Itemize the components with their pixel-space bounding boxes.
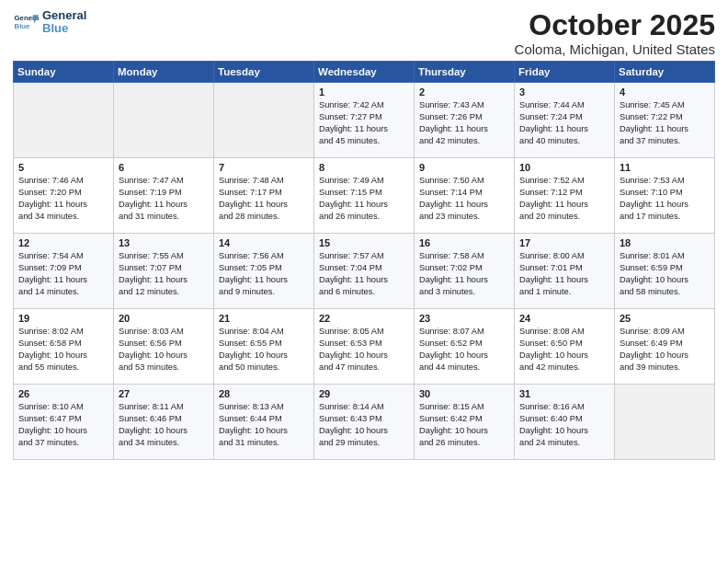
logo-line2: Blue [42, 22, 86, 35]
calendar-cell: 13Sunrise: 7:55 AM Sunset: 7:07 PM Dayli… [114, 234, 214, 309]
day-info: Sunrise: 7:44 AM Sunset: 7:24 PM Dayligh… [519, 99, 609, 147]
calendar-cell: 25Sunrise: 8:09 AM Sunset: 6:49 PM Dayli… [615, 309, 715, 385]
weekday-header-saturday: Saturday [615, 62, 715, 83]
day-number: 19 [18, 313, 108, 324]
title-block: October 2025 Coloma, Michigan, United St… [515, 9, 715, 57]
logo: General Blue General Blue [13, 9, 86, 36]
day-info: Sunrise: 8:02 AM Sunset: 6:58 PM Dayligh… [18, 326, 108, 373]
calendar-cell: 9Sunrise: 7:50 AM Sunset: 7:14 PM Daylig… [415, 158, 515, 234]
day-info: Sunrise: 8:13 AM Sunset: 6:44 PM Dayligh… [219, 401, 309, 449]
day-info: Sunrise: 8:11 AM Sunset: 6:46 PM Dayligh… [119, 401, 209, 449]
calendar-cell: 20Sunrise: 8:03 AM Sunset: 6:56 PM Dayli… [114, 309, 214, 385]
day-number: 26 [18, 388, 108, 399]
calendar-cell: 21Sunrise: 8:04 AM Sunset: 6:55 PM Dayli… [214, 309, 314, 385]
month-title: October 2025 [515, 9, 715, 41]
day-number: 16 [419, 237, 509, 248]
location-title: Coloma, Michigan, United States [515, 41, 715, 57]
calendar-cell: 19Sunrise: 8:02 AM Sunset: 6:58 PM Dayli… [14, 309, 114, 385]
calendar-cell: 7Sunrise: 7:48 AM Sunset: 7:17 PM Daylig… [214, 158, 314, 234]
day-info: Sunrise: 8:00 AM Sunset: 7:01 PM Dayligh… [519, 250, 609, 298]
day-number: 1 [319, 86, 409, 98]
day-number: 31 [519, 388, 609, 399]
day-info: Sunrise: 7:45 AM Sunset: 7:22 PM Dayligh… [620, 99, 710, 147]
calendar-cell: 16Sunrise: 7:58 AM Sunset: 7:02 PM Dayli… [415, 234, 515, 309]
calendar-cell: 30Sunrise: 8:15 AM Sunset: 6:42 PM Dayli… [415, 385, 515, 460]
calendar-cell: 27Sunrise: 8:11 AM Sunset: 6:46 PM Dayli… [114, 385, 214, 460]
day-info: Sunrise: 7:48 AM Sunset: 7:17 PM Dayligh… [219, 175, 309, 223]
calendar-table: SundayMondayTuesdayWednesdayThursdayFrid… [13, 61, 715, 460]
day-info: Sunrise: 7:57 AM Sunset: 7:04 PM Dayligh… [319, 250, 409, 298]
day-info: Sunrise: 7:47 AM Sunset: 7:19 PM Dayligh… [119, 175, 209, 223]
day-info: Sunrise: 8:04 AM Sunset: 6:55 PM Dayligh… [219, 326, 309, 373]
calendar-cell: 10Sunrise: 7:52 AM Sunset: 7:12 PM Dayli… [515, 158, 615, 234]
day-number: 22 [319, 313, 409, 324]
day-number: 5 [18, 162, 108, 173]
calendar-cell: 23Sunrise: 8:07 AM Sunset: 6:52 PM Dayli… [415, 309, 515, 385]
weekday-header-sunday: Sunday [14, 62, 114, 83]
day-number: 29 [319, 388, 409, 399]
day-info: Sunrise: 8:08 AM Sunset: 6:50 PM Dayligh… [519, 326, 609, 373]
calendar-week-row: 1Sunrise: 7:42 AM Sunset: 7:27 PM Daylig… [14, 83, 715, 158]
day-info: Sunrise: 7:56 AM Sunset: 7:05 PM Dayligh… [219, 250, 309, 298]
day-number: 28 [219, 388, 309, 399]
calendar-week-row: 5Sunrise: 7:46 AM Sunset: 7:20 PM Daylig… [14, 158, 715, 234]
calendar-cell [214, 83, 314, 158]
day-number: 15 [319, 237, 409, 248]
day-number: 6 [119, 162, 209, 173]
day-info: Sunrise: 7:55 AM Sunset: 7:07 PM Dayligh… [119, 250, 209, 298]
calendar-cell: 28Sunrise: 8:13 AM Sunset: 6:44 PM Dayli… [214, 385, 314, 460]
calendar-cell [14, 83, 114, 158]
day-number: 10 [519, 162, 609, 173]
weekday-header-thursday: Thursday [415, 62, 515, 83]
day-info: Sunrise: 7:54 AM Sunset: 7:09 PM Dayligh… [18, 250, 108, 298]
day-number: 7 [219, 162, 309, 173]
calendar-week-row: 26Sunrise: 8:10 AM Sunset: 6:47 PM Dayli… [14, 385, 715, 460]
calendar-cell: 31Sunrise: 8:16 AM Sunset: 6:40 PM Dayli… [515, 385, 615, 460]
weekday-header-wednesday: Wednesday [314, 62, 415, 83]
day-number: 17 [519, 237, 609, 248]
calendar-cell [615, 385, 715, 460]
day-info: Sunrise: 7:42 AM Sunset: 7:27 PM Dayligh… [319, 99, 409, 147]
day-info: Sunrise: 8:15 AM Sunset: 6:42 PM Dayligh… [419, 401, 509, 449]
day-number: 13 [119, 237, 209, 248]
day-number: 2 [419, 86, 509, 98]
day-info: Sunrise: 8:07 AM Sunset: 6:52 PM Dayligh… [419, 326, 509, 373]
day-number: 18 [620, 237, 710, 248]
day-info: Sunrise: 8:05 AM Sunset: 6:53 PM Dayligh… [319, 326, 409, 373]
weekday-header-monday: Monday [114, 62, 214, 83]
logo-line1: General [42, 9, 86, 22]
weekday-header-row: SundayMondayTuesdayWednesdayThursdayFrid… [14, 62, 715, 83]
calendar-cell: 17Sunrise: 8:00 AM Sunset: 7:01 PM Dayli… [515, 234, 615, 309]
day-number: 25 [620, 313, 710, 324]
day-info: Sunrise: 7:46 AM Sunset: 7:20 PM Dayligh… [18, 175, 108, 223]
day-info: Sunrise: 7:58 AM Sunset: 7:02 PM Dayligh… [419, 250, 509, 298]
calendar-week-row: 19Sunrise: 8:02 AM Sunset: 6:58 PM Dayli… [14, 309, 715, 385]
calendar-cell: 29Sunrise: 8:14 AM Sunset: 6:43 PM Dayli… [314, 385, 415, 460]
day-info: Sunrise: 8:03 AM Sunset: 6:56 PM Dayligh… [119, 326, 209, 373]
day-number: 11 [620, 162, 710, 173]
day-number: 27 [119, 388, 209, 399]
day-number: 8 [319, 162, 409, 173]
calendar-cell: 5Sunrise: 7:46 AM Sunset: 7:20 PM Daylig… [14, 158, 114, 234]
day-number: 24 [519, 313, 609, 324]
day-number: 14 [219, 237, 309, 248]
day-info: Sunrise: 7:49 AM Sunset: 7:15 PM Dayligh… [319, 175, 409, 223]
calendar-cell: 8Sunrise: 7:49 AM Sunset: 7:15 PM Daylig… [314, 158, 415, 234]
day-number: 21 [219, 313, 309, 324]
day-info: Sunrise: 7:43 AM Sunset: 7:26 PM Dayligh… [419, 99, 509, 147]
calendar-cell: 22Sunrise: 8:05 AM Sunset: 6:53 PM Dayli… [314, 309, 415, 385]
weekday-header-tuesday: Tuesday [214, 62, 314, 83]
day-number: 9 [419, 162, 509, 173]
day-info: Sunrise: 8:09 AM Sunset: 6:49 PM Dayligh… [620, 326, 710, 373]
day-info: Sunrise: 7:50 AM Sunset: 7:14 PM Dayligh… [419, 175, 509, 223]
calendar-cell: 3Sunrise: 7:44 AM Sunset: 7:24 PM Daylig… [515, 83, 615, 158]
calendar-cell: 4Sunrise: 7:45 AM Sunset: 7:22 PM Daylig… [615, 83, 715, 158]
calendar-cell: 2Sunrise: 7:43 AM Sunset: 7:26 PM Daylig… [415, 83, 515, 158]
day-number: 4 [620, 86, 710, 98]
calendar-cell [114, 83, 214, 158]
day-info: Sunrise: 8:10 AM Sunset: 6:47 PM Dayligh… [18, 401, 108, 449]
calendar-cell: 12Sunrise: 7:54 AM Sunset: 7:09 PM Dayli… [14, 234, 114, 309]
weekday-header-friday: Friday [515, 62, 615, 83]
day-info: Sunrise: 7:53 AM Sunset: 7:10 PM Dayligh… [620, 175, 710, 223]
day-number: 12 [18, 237, 108, 248]
